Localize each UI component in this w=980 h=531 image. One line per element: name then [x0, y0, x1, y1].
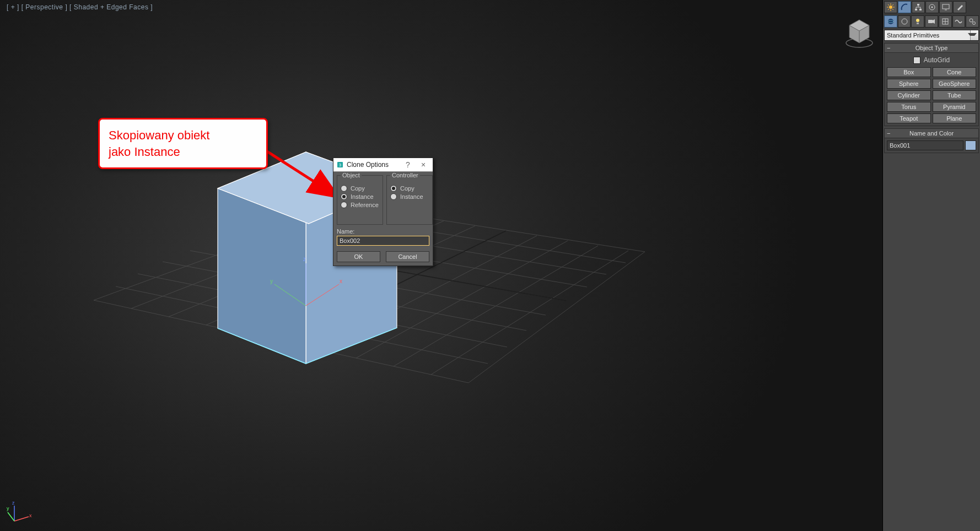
- radio-icon: [390, 193, 397, 200]
- dialog-title: Clone Options: [347, 161, 389, 169]
- autogrid-checkbox[interactable]: AutoGrid: [887, 55, 976, 67]
- radio-icon: [390, 185, 397, 192]
- svg-text:y: y: [7, 506, 9, 511]
- collapse-icon: −: [887, 130, 890, 137]
- tab-cat-geometry[interactable]: [884, 15, 897, 28]
- svg-marker-69: [933, 19, 935, 24]
- checkbox-icon: [913, 57, 920, 64]
- tab-cat-lights[interactable]: [911, 15, 924, 28]
- create-box-button[interactable]: Box: [887, 67, 931, 77]
- primitive-category-dropdown[interactable]: Standard Primitives: [884, 30, 979, 41]
- svg-line-19: [431, 251, 628, 375]
- system-icon: [968, 18, 976, 25]
- svg-text:y: y: [270, 278, 273, 284]
- cancel-button[interactable]: Cancel: [386, 251, 429, 262]
- create-plane-button[interactable]: Plane: [933, 113, 977, 123]
- app-icon: 3: [337, 161, 343, 168]
- warp-icon: [955, 18, 962, 25]
- hammer-icon: [956, 3, 963, 11]
- tab-display[interactable]: [939, 1, 952, 13]
- create-pyramid-button[interactable]: Pyramid: [933, 102, 977, 112]
- tab-motion[interactable]: [925, 1, 939, 13]
- camera-icon: [928, 18, 935, 25]
- radio-label: Reference: [351, 202, 379, 208]
- tab-cat-helpers[interactable]: [939, 15, 952, 28]
- radio-label: Instance: [400, 193, 423, 200]
- shape-icon: [901, 18, 908, 25]
- radio-controller-copy[interactable]: Copy: [390, 185, 429, 192]
- rollout-title: Object Type: [916, 45, 948, 51]
- controller-groupbox: Controller Copy Instance: [386, 175, 433, 225]
- chevron-down-icon: [968, 33, 977, 36]
- svg-rect-67: [917, 23, 919, 24]
- motion-icon: [928, 3, 936, 11]
- tab-cat-shapes[interactable]: [898, 15, 911, 28]
- create-category-tabs: [883, 14, 980, 29]
- tab-cat-spacewarps[interactable]: [952, 15, 966, 28]
- create-tube-button[interactable]: Tube: [933, 90, 977, 100]
- object-groupbox: Object Copy Instance Reference: [337, 175, 383, 225]
- dialog-titlebar[interactable]: 3 Clone Options ? ×: [333, 158, 433, 172]
- radio-label: Copy: [351, 185, 365, 192]
- hierarchy-icon: [914, 3, 922, 11]
- tab-hierarchy[interactable]: [912, 1, 925, 13]
- tab-cat-cameras[interactable]: [925, 15, 938, 28]
- sun-icon: [887, 3, 895, 11]
- create-torus-button[interactable]: Torus: [887, 102, 931, 112]
- radio-object-reference[interactable]: Reference: [341, 202, 379, 208]
- radio-label: Instance: [351, 193, 374, 200]
- tab-modify[interactable]: [898, 1, 911, 13]
- svg-text:x: x: [340, 278, 342, 284]
- name-label: Name:: [337, 228, 429, 235]
- svg-rect-68: [928, 20, 933, 23]
- svg-point-66: [916, 19, 919, 22]
- arc-icon: [901, 3, 908, 11]
- dialog-close-button[interactable]: ×: [417, 160, 429, 170]
- command-panel-tabs: [883, 0, 980, 14]
- tab-cat-systems[interactable]: [966, 15, 979, 28]
- radio-object-instance[interactable]: Instance: [341, 193, 379, 200]
- ok-button[interactable]: OK: [337, 251, 380, 262]
- create-geosphere-button[interactable]: GeoSphere: [933, 79, 977, 89]
- helper-icon: [941, 18, 949, 25]
- create-teapot-button[interactable]: Teapot: [887, 113, 931, 123]
- svg-line-41: [8, 512, 14, 521]
- svg-rect-56: [917, 4, 919, 6]
- svg-rect-61: [943, 4, 949, 9]
- svg-point-60: [931, 7, 933, 8]
- scene-3d: z x y: [0, 0, 883, 531]
- radio-object-copy[interactable]: Copy: [341, 185, 379, 192]
- radio-controller-instance[interactable]: Instance: [390, 193, 429, 200]
- svg-point-74: [973, 22, 976, 25]
- object-color-swatch[interactable]: [965, 140, 976, 150]
- dialog-help-button[interactable]: ?: [402, 160, 414, 170]
- sphere-icon: [887, 18, 895, 25]
- create-sphere-button[interactable]: Sphere: [887, 79, 931, 89]
- command-panel: Standard Primitives − Object Type AutoGr…: [882, 0, 980, 531]
- viewport[interactable]: [ + ] [ Perspective ] [ Shaded + Edged F…: [0, 0, 883, 531]
- rollout-header-name-color[interactable]: − Name and Color: [885, 129, 978, 138]
- svg-point-63: [888, 19, 893, 24]
- display-icon: [942, 3, 950, 11]
- world-axis-gizmo: z x y: [7, 499, 32, 524]
- clone-name-input[interactable]: [337, 236, 429, 246]
- tab-utilities[interactable]: [953, 1, 966, 13]
- radio-icon: [341, 193, 347, 200]
- controller-group-label: Controller: [390, 172, 420, 178]
- tab-create[interactable]: [884, 1, 897, 13]
- viewcube[interactable]: [843, 17, 876, 50]
- rollout-header-object-type[interactable]: − Object Type: [885, 44, 978, 53]
- object-name-input[interactable]: [887, 140, 963, 150]
- annotation-callout: Skopiowany obiekt jako Instance: [98, 118, 268, 169]
- svg-line-55: [892, 4, 893, 6]
- create-cone-button[interactable]: Cone: [933, 67, 977, 77]
- annotation-line1: Skopiowany obiekt: [109, 127, 257, 144]
- create-cylinder-button[interactable]: Cylinder: [887, 90, 931, 100]
- rollout-title: Name and Color: [909, 130, 954, 137]
- dropdown-value: Standard Primitives: [885, 32, 970, 39]
- annotation-line2: jako Instance: [109, 144, 257, 160]
- svg-text:3: 3: [339, 162, 342, 167]
- svg-line-53: [892, 9, 893, 10]
- radio-icon: [341, 185, 347, 192]
- object-group-label: Object: [341, 172, 362, 178]
